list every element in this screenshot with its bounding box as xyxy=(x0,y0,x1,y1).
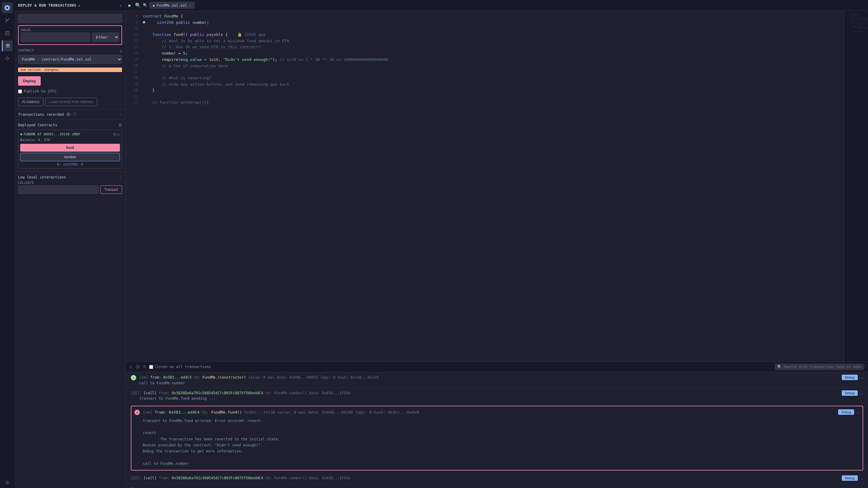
deployed-title: Deployed Contracts xyxy=(18,123,57,127)
tx-chevron-icon: › xyxy=(120,112,122,117)
console-bottom-chevron[interactable]: › xyxy=(131,485,133,488)
search-bar: 🔍 xyxy=(775,364,864,370)
panel-title-text: DEPLOY & RUN TRANSACTIONS xyxy=(18,3,76,7)
tx-call-label-4: call xyxy=(131,476,141,480)
expand-icon-3[interactable]: ⌄ xyxy=(857,409,860,414)
contract-select[interactable]: FundMe - contract/FundMe.sol.sol xyxy=(18,55,122,64)
expand-icon-1[interactable]: ⌄ xyxy=(861,375,863,379)
console-chevron-icon[interactable]: ❮ xyxy=(130,365,132,369)
low-level-section: Low level interactions ⋮ CALLDATA Transa… xyxy=(14,172,126,197)
refresh-icon[interactable]: ↻ xyxy=(120,49,122,53)
at-address-button[interactable]: At Address xyxy=(18,98,43,106)
search-input[interactable] xyxy=(784,365,862,369)
debug-button-2[interactable]: Debug xyxy=(842,390,858,396)
code-line-8: 8 contract FundMe { xyxy=(126,13,844,20)
instance-close-icon[interactable]: ✕ xyxy=(118,132,120,137)
tx-success-icon-1: ✓ xyxy=(131,375,136,380)
zoom-out-icon[interactable]: 🔍 xyxy=(143,3,148,7)
code-line-10: 10 xyxy=(126,26,844,32)
tab-label: FundMe.sol.sol xyxy=(156,3,187,7)
file-tab[interactable]: ◆ FundMe.sol.sol ✕ xyxy=(150,2,194,9)
tx-call-label-2: call xyxy=(131,391,141,395)
gas-limit-input[interactable]: 3000000 xyxy=(18,14,122,23)
search-icon: 🔍 xyxy=(777,365,782,369)
panel-body: 3000000 VALUE 0 Ether CONTRACT ↻ FundMe … xyxy=(14,11,126,109)
code-line-11: 11 function fund() public payable { 🔒 22… xyxy=(126,32,844,38)
editor-tabs: ▶ 🔍 🔍 ◆ FundMe.sol.sol ✕ xyxy=(126,0,868,11)
contract-instance-name: FUNDME AT 0XD91...39138 (MEM xyxy=(24,132,112,136)
calldata-input[interactable] xyxy=(18,185,98,194)
debug-button-1[interactable]: Debug xyxy=(842,375,858,380)
publish-ipfs-checkbox[interactable] xyxy=(18,90,22,93)
transactions-recorded-section[interactable]: Transactions recorded 2 ⓘ › xyxy=(14,109,126,120)
tx-row-4: call [call] from: 0x5B38Da6a701c568545dC… xyxy=(131,475,863,481)
console-panel: ❮ ⦿ 0 listen on all transactions 🔍 ✓ [vm… xyxy=(126,361,868,488)
panel-header: DEPLOY & RUN TRANSACTIONS ✓ › xyxy=(14,0,126,11)
deploy-button[interactable]: Deploy xyxy=(18,76,41,86)
minimap-content: contract FundMe { uint256 public number;… xyxy=(844,11,868,35)
sub-text-2: transact to FundMe.fund pending ... xyxy=(139,396,863,401)
transactions-title-text: Transactions recorded xyxy=(18,113,64,117)
low-level-title: Low level interactions xyxy=(18,175,66,179)
activity-icon-logo[interactable] xyxy=(2,2,13,13)
minimap: contract FundMe { uint256 public number;… xyxy=(844,11,868,361)
contract-label: CONTRACT xyxy=(18,49,34,52)
low-level-info-icon: ⋮ xyxy=(118,175,122,179)
publish-ipfs-label: Publish to IPFS xyxy=(24,89,56,93)
tx-entry-3-error: ✕ [vm] from: 0x5B3...eddC4 to: FundMe.fu… xyxy=(131,406,863,470)
contract-instance: ▼ FUNDME AT 0XD91...39138 (MEM ⧉ ✕ Balan… xyxy=(18,130,122,169)
at-address-row: At Address Load contract from Address xyxy=(18,98,122,106)
calldata-row: Transact xyxy=(18,185,122,194)
console-tx-count: 0 xyxy=(144,365,146,369)
panel-chevron[interactable]: › xyxy=(120,3,122,8)
contract-header: CONTRACT ↻ xyxy=(18,49,122,53)
code-line-13: 13 // 1. How do we send ETH to this cont… xyxy=(126,44,844,50)
svg-point-3 xyxy=(6,57,8,60)
zoom-in-icon[interactable]: 🔍 xyxy=(135,2,141,8)
code-line-18: 18 // What is reverting? xyxy=(126,75,844,81)
value-section: VALUE 0 Ether xyxy=(18,25,122,45)
tx-error-icon-3: ✕ xyxy=(134,409,140,415)
deployed-header: Deployed Contracts 🗑 xyxy=(18,123,122,127)
code-line-20: 20 } xyxy=(126,87,844,94)
expand-icon-4[interactable]: ⌄ xyxy=(861,475,863,480)
evm-badge: evm version: shanghai xyxy=(18,67,122,72)
svg-point-4 xyxy=(6,482,8,484)
number-button[interactable]: number xyxy=(20,153,120,161)
code-line-9: 9 uint256 public number; xyxy=(126,20,844,26)
tab-close-icon[interactable]: ✕ xyxy=(189,3,191,7)
tx-entry-4: call [call] from: 0x5B38Da6a701c568545dC… xyxy=(126,473,868,484)
activity-icon-settings[interactable] xyxy=(2,477,13,488)
activity-icon-plugins[interactable] xyxy=(2,53,13,64)
value-input[interactable]: 0 xyxy=(21,33,90,42)
listen-checkbox-row: listen on all transactions xyxy=(149,365,211,369)
run-icon[interactable]: ▶ xyxy=(128,2,131,8)
code-editor[interactable]: 8 contract FundMe { 9 uint256 public num… xyxy=(126,11,844,361)
transact-button[interactable]: Transact xyxy=(100,185,122,194)
tab-icon: ◆ xyxy=(153,4,155,7)
activity-icon-contracts[interactable] xyxy=(2,28,13,38)
copy-icon[interactable]: ⧉ xyxy=(113,132,116,137)
ether-select[interactable]: Ether xyxy=(92,33,119,42)
trash-icon[interactable]: 🗑 xyxy=(118,123,122,127)
load-contract-button[interactable]: Load contract from Address xyxy=(45,98,97,106)
listen-checkbox[interactable] xyxy=(149,365,153,369)
tx-row-3: ✕ [vm] from: 0x5B3...eddC4 to: FundMe.fu… xyxy=(134,409,860,415)
tx-row-2: call [call] from: 0x5B38Da6a701c568545dC… xyxy=(131,390,863,396)
debug-button-4[interactable]: Debug xyxy=(842,475,858,481)
expand-icon-2[interactable]: ⌄ xyxy=(861,390,863,395)
publish-ipfs-row: Publish to IPFS xyxy=(18,89,122,93)
breakpoint-dot[interactable] xyxy=(143,21,145,24)
activity-icon-search[interactable] xyxy=(2,15,13,26)
fund-button[interactable]: fund xyxy=(20,144,120,152)
debug-button-3[interactable]: Debug xyxy=(838,409,854,415)
activity-icon-deploy[interactable] xyxy=(2,40,13,51)
contract-expand-icon[interactable]: ▼ xyxy=(20,132,22,136)
tx-text-4: [call] from: 0x5B38Da6a701c568545dCfcB03… xyxy=(144,475,839,481)
contract-section: CONTRACT ↻ FundMe - contract/FundMe.sol.… xyxy=(18,49,122,64)
console-bottom-row: › xyxy=(126,484,868,488)
tx-count-badge: 2 xyxy=(66,113,71,116)
clear-console-icon[interactable]: ⦿ xyxy=(135,364,140,369)
editor-container: 8 contract FundMe { 9 uint256 public num… xyxy=(126,11,868,361)
contract-instance-header: ▼ FUNDME AT 0XD91...39138 (MEM ⧉ ✕ xyxy=(20,132,120,137)
